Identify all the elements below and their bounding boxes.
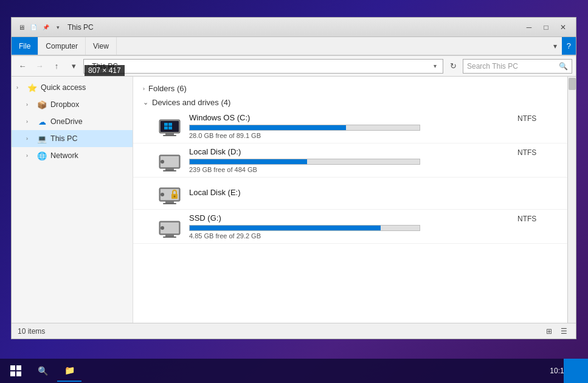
window-title: This PC (67, 23, 521, 32)
tab-computer[interactable]: Computer (38, 37, 86, 55)
svg-rect-24 (163, 236, 176, 238)
drive-icon-g-wrap (157, 215, 182, 239)
drive-c-filesystem: NTFS (517, 113, 566, 123)
drive-d-name: Local Disk (D:) (189, 147, 505, 156)
details-view-button[interactable]: ⊞ (543, 326, 555, 337)
search-bar[interactable]: Search This PC 🔍 (463, 59, 572, 74)
address-dropdown-btn[interactable]: ▾ (431, 63, 439, 69)
chevron-icon: › (26, 119, 36, 125)
window-icon-down: ▾ (53, 22, 63, 32)
window-icon-monitor: 🖥 (16, 22, 26, 32)
help-button[interactable]: ? (562, 37, 576, 55)
sidebar-label-dropbox: Dropbox (50, 100, 79, 109)
sidebar-item-this-pc[interactable]: › 💻 This PC (12, 130, 133, 147)
minimize-button[interactable]: ─ (521, 21, 537, 33)
svg-rect-4 (164, 123, 168, 126)
address-text: This PC (92, 62, 118, 71)
sidebar-label-onedrive: OneDrive (50, 117, 83, 126)
this-pc-icon: 💻 (36, 134, 48, 143)
view-toggle: ⊞ ☰ (543, 326, 570, 337)
drive-e-name: Local Disk (E:) (189, 188, 505, 197)
drive-icon-e-wrap (157, 181, 182, 205)
tab-view[interactable]: View (86, 37, 117, 55)
drive-icon-e (158, 182, 181, 205)
cortana-button[interactable]: 🔍 (30, 360, 55, 382)
svg-rect-2 (165, 133, 174, 135)
svg-point-22 (161, 226, 164, 230)
chevron-down-icon: ⌄ (143, 98, 148, 106)
scrollbar[interactable] (567, 77, 576, 323)
onedrive-icon: ☁ (36, 117, 48, 126)
drive-c-progress-fill (190, 125, 346, 130)
scroll-thumb (569, 78, 576, 90)
drive-g-progress-fill (190, 226, 381, 230)
drive-g-progress-wrap (189, 225, 420, 231)
windows-logo-icon (10, 365, 21, 376)
start-button[interactable] (4, 360, 28, 382)
drive-e-filesystem (517, 181, 566, 182)
sidebar: › ⭐ Quick access › 📦 Dropbox › ☁ OneDriv… (12, 77, 133, 323)
explorer-window: 🖥 📄 📌 ▾ This PC 807 × 417 ─ □ ✕ File Com… (11, 17, 576, 339)
drive-c-progress-wrap (189, 125, 420, 131)
window-icon-doc: 📄 (29, 22, 38, 32)
status-bar: 10 items ⊞ ☰ (12, 323, 576, 339)
list-view-button[interactable]: ☰ (558, 326, 570, 337)
item-count: 10 items (18, 327, 45, 336)
section-header-folders[interactable]: › Folders (6) (133, 81, 576, 95)
drive-c-name: Windows OS (C:) (189, 113, 505, 122)
svg-rect-23 (165, 235, 174, 236)
search-icon: 🔍 (559, 62, 568, 71)
chevron-right-icon: › (143, 86, 145, 92)
close-button[interactable]: ✕ (555, 21, 571, 33)
taskbar-notification-area[interactable] (564, 359, 588, 383)
file-explorer-taskbar-button[interactable]: 📁 (57, 360, 81, 382)
folders-section-label: Folders (6) (148, 84, 187, 93)
svg-rect-16 (165, 201, 174, 203)
file-pane: › Folders (6) ⌄ Devices and drives (4) (133, 77, 576, 323)
svg-point-19 (174, 196, 176, 198)
sidebar-item-network[interactable]: › 🌐 Network (12, 147, 133, 164)
address-arrow: › (88, 63, 89, 69)
window-controls: ─ □ ✕ (521, 21, 571, 33)
drive-c-info: Windows OS (C:) 28.0 GB free of 89.1 GB (189, 113, 505, 139)
ribbon: File Computer View ▾ ? (12, 37, 576, 56)
section-header-devices[interactable]: ⌄ Devices and drives (4) (133, 95, 576, 109)
drive-item-g[interactable]: SSD (G:) 4.85 GB free of 29.2 GB NTFS (133, 210, 576, 244)
toolbar: ← → ↑ ▾ › This PC ▾ ↻ Search This PC 🔍 (12, 56, 576, 77)
chevron-icon: › (16, 85, 26, 91)
main-content: › ⭐ Quick access › 📦 Dropbox › ☁ OneDriv… (12, 77, 576, 323)
drive-e-info: Local Disk (E:) (189, 188, 505, 199)
sidebar-label-network: Network (50, 151, 78, 160)
sidebar-item-onedrive[interactable]: › ☁ OneDrive (12, 113, 133, 130)
drive-g-name: SSD (G:) (189, 213, 505, 223)
search-placeholder-text: Search This PC (467, 62, 518, 71)
drive-item-e[interactable]: Local Disk (E:) (133, 178, 576, 210)
drive-d-meta: 239 GB free of 484 GB (189, 166, 505, 173)
chevron-icon: › (26, 102, 36, 108)
forward-button[interactable]: → (32, 59, 47, 74)
address-bar[interactable]: › This PC ▾ (83, 59, 443, 74)
sidebar-item-quick-access[interactable]: › ⭐ Quick access (12, 79, 133, 96)
svg-point-15 (161, 193, 164, 196)
chevron-icon: › (26, 136, 36, 142)
dropbox-icon: 📦 (36, 100, 48, 109)
up-button[interactable]: ↑ (49, 59, 64, 74)
drive-item-d[interactable]: Local Disk (D:) 239 GB free of 484 GB NT… (133, 143, 576, 178)
taskbar: 🔍 📁 10:15 AM (0, 359, 588, 383)
maximize-button[interactable]: □ (538, 21, 554, 33)
sidebar-item-dropbox[interactable]: › 📦 Dropbox (12, 96, 133, 113)
quick-access-icon: ⭐ (26, 83, 38, 92)
drive-icon-g (158, 215, 181, 238)
drive-icon-d (158, 149, 181, 172)
drive-g-meta: 4.85 GB free of 29.2 GB (189, 232, 505, 240)
drive-item-c[interactable]: Windows OS (C:) 28.0 GB free of 89.1 GB … (133, 109, 576, 143)
tab-file[interactable]: File (12, 37, 38, 55)
back-button[interactable]: ← (15, 59, 30, 74)
drive-icon-d-wrap (157, 148, 182, 173)
recent-locations-button[interactable]: ▾ (66, 59, 81, 74)
network-icon: 🌐 (36, 151, 48, 160)
ribbon-expand-btn[interactable]: ▾ (548, 37, 562, 55)
svg-rect-3 (163, 135, 176, 136)
refresh-button[interactable]: ↻ (446, 59, 460, 74)
svg-rect-17 (163, 203, 176, 204)
